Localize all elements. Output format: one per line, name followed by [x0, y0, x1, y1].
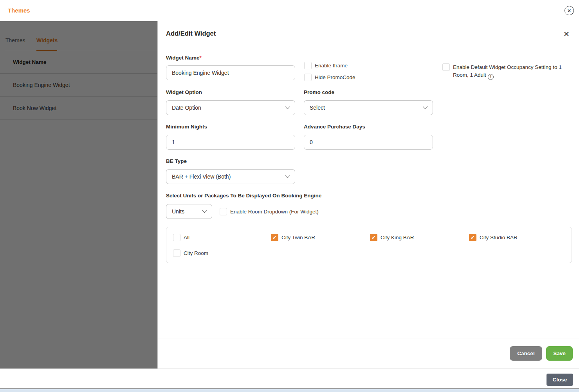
unit-city-king-bar-checkbox[interactable]: ✓ [370, 234, 377, 241]
hide-promocode-checkbox[interactable] [304, 74, 312, 81]
page-title: Themes [8, 7, 30, 14]
widget-option-value: Date Option [172, 105, 201, 111]
widget-name-label-text: Widget Name [166, 55, 199, 61]
hide-promocode-label: Hide PromoCode [315, 74, 355, 80]
units-selector-value: Units [172, 208, 184, 215]
promo-code-select[interactable]: Select [304, 100, 433, 115]
unit-option-all: All [173, 234, 189, 241]
unit-city-king-bar-label: City King BAR [381, 235, 414, 240]
close-button[interactable]: Close [547, 374, 573, 386]
be-type-value: BAR + Flexi View (Both) [172, 173, 231, 180]
minimum-nights-input[interactable]: 1 [166, 135, 295, 150]
bottom-bar: Close [0, 369, 579, 388]
info-icon-glyph: ! [490, 73, 491, 81]
enable-iframe-label: Enable Iframe [315, 63, 348, 69]
check-icon: ✓ [471, 235, 475, 240]
advance-purchase-days-value: 0 [310, 139, 313, 145]
default-occupancy-row: Enable Default Widget Occupancy Setting … [442, 63, 567, 80]
promo-code-label: Promo code [304, 89, 334, 95]
units-section-label: Select Units or Packages To Be Displayed… [166, 193, 321, 199]
save-button[interactable]: Save [546, 346, 573, 361]
unit-city-twin-bar-checkbox[interactable]: ✓ [271, 234, 278, 241]
dialog-footer-divider [158, 338, 579, 338]
unit-city-studio-bar-label: City Studio BAR [480, 235, 518, 240]
minimum-nights-value: 1 [172, 139, 175, 145]
sidebar: Themes Widgets Widget Name Booking Engin… [0, 21, 157, 369]
enable-room-dropdown-row: Enable Room Dropdown (For Widget) [220, 208, 319, 215]
be-type-label: BE Type [166, 158, 187, 164]
unit-city-room-checkbox[interactable] [173, 249, 180, 257]
dialog-title: Add/Edit Widget [166, 30, 216, 37]
chevron-down-icon [285, 173, 290, 178]
top-bar: Themes ✕ [0, 0, 579, 21]
chevron-down-icon [423, 104, 428, 109]
enable-room-dropdown-checkbox[interactable] [220, 208, 227, 215]
unit-city-studio-bar-checkbox[interactable]: ✓ [469, 234, 476, 241]
widget-option-label: Widget Option [166, 89, 202, 95]
required-asterisk: * [199, 55, 201, 61]
widget-option-select[interactable]: Date Option [166, 100, 295, 115]
cancel-button[interactable]: Cancel [510, 346, 542, 361]
enable-iframe-row: Enable Iframe [304, 62, 348, 69]
bottom-scroll-strip [0, 389, 579, 392]
default-occupancy-label-text: Enable Default Widget Occupancy Setting … [453, 64, 562, 78]
check-icon: ✓ [272, 235, 277, 240]
promo-code-value: Select [310, 105, 325, 111]
modal-backdrop[interactable] [0, 21, 157, 369]
advance-purchase-days-label: Advance Purchase Days [304, 124, 365, 130]
window-close-icon[interactable]: ✕ [565, 6, 574, 15]
chevron-down-icon [202, 208, 207, 213]
add-edit-widget-dialog: Add/Edit Widget ✕ Widget Name* Booking E… [157, 21, 579, 369]
unit-option-city-studio-bar: ✓ City Studio BAR [469, 234, 518, 241]
widget-name-value: Booking Engine Widget [172, 70, 229, 76]
enable-room-dropdown-label: Enable Room Dropdown (For Widget) [230, 209, 319, 215]
unit-option-city-king-bar: ✓ City King BAR [370, 234, 414, 241]
dialog-close-icon[interactable]: ✕ [562, 30, 571, 38]
minimum-nights-label: Minimum Nights [166, 124, 207, 130]
units-options-panel: All ✓ City Twin BAR ✓ City King BAR ✓ Ci… [166, 227, 572, 263]
close-x-glyph: ✕ [567, 8, 572, 14]
widget-name-input[interactable]: Booking Engine Widget [166, 65, 295, 80]
unit-all-checkbox[interactable] [173, 234, 180, 241]
info-icon[interactable]: ! [488, 74, 494, 80]
unit-option-city-twin-bar: ✓ City Twin BAR [271, 234, 315, 241]
unit-city-twin-bar-label: City Twin BAR [281, 235, 315, 240]
default-occupancy-checkbox[interactable] [442, 63, 450, 71]
widget-name-label: Widget Name* [166, 55, 202, 61]
be-type-select[interactable]: BAR + Flexi View (Both) [166, 169, 295, 184]
enable-iframe-checkbox[interactable] [304, 62, 312, 69]
unit-option-city-room: City Room [173, 249, 208, 257]
advance-purchase-days-input[interactable]: 0 [304, 135, 433, 150]
check-icon: ✓ [372, 235, 376, 240]
unit-city-room-label: City Room [184, 250, 208, 256]
default-occupancy-label: Enable Default Widget Occupancy Setting … [453, 63, 567, 80]
chevron-down-icon [285, 104, 290, 109]
dialog-header: Add/Edit Widget ✕ [158, 21, 579, 46]
hide-promocode-row: Hide PromoCode [304, 74, 355, 81]
units-selector[interactable]: Units [166, 204, 212, 219]
unit-all-label: All [184, 235, 189, 240]
